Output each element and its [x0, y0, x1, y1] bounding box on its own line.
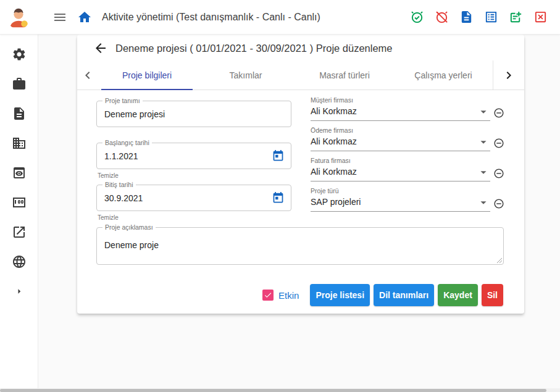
field-value: 1.1.2021	[104, 151, 138, 161]
menu-icon[interactable]	[52, 10, 67, 25]
sidebar-item-money[interactable]	[4, 188, 34, 217]
back-icon[interactable]	[93, 41, 108, 56]
resize-handle[interactable]	[496, 257, 502, 263]
building-icon	[12, 136, 27, 151]
tab-masraf-turleri[interactable]: Masraf türleri	[295, 60, 394, 90]
topbar: Aktivite yönetimi (Test danışmanlık - Ca…	[0, 0, 560, 35]
close-window-icon[interactable]	[533, 10, 548, 24]
sidebar-item-projects[interactable]	[4, 69, 34, 99]
document-icon[interactable]	[459, 10, 474, 24]
field-label: Müşteri firması	[311, 96, 490, 104]
proje-aciklamasi-field[interactable]: Proje açıklaması Deneme proje	[96, 227, 504, 265]
tab-label: Çalışma yerleri	[414, 70, 472, 80]
calendar-icon[interactable]	[272, 191, 285, 204]
home-icon[interactable]	[77, 10, 92, 25]
etkin-label[interactable]: Etkin	[278, 290, 299, 301]
field-label: Fatura firması	[311, 157, 490, 164]
sidebar-item-preview[interactable]	[4, 158, 34, 188]
field-value: SAP projeleri	[311, 197, 490, 207]
list-icon[interactable]	[484, 10, 498, 24]
baslangic-tarihi-field[interactable]: Başlangıç tarihi 1.1.2021	[96, 143, 291, 169]
card-footer: Etkin Proje listesi Dil tanımları Kaydet…	[77, 284, 524, 306]
bitis-temizle-link[interactable]: Temizle	[98, 214, 119, 221]
tab-label: Masraf türleri	[319, 70, 370, 80]
dropdown-arrow-icon	[477, 135, 490, 149]
dropdown-arrow-icon	[477, 196, 490, 209]
proje-turu-select[interactable]: Proje türü SAP projeleri	[311, 186, 504, 212]
proje-tanimi-field[interactable]: Proje tanımı Deneme projesi	[96, 101, 291, 127]
alarm-off-icon[interactable]	[435, 10, 449, 24]
etkin-checkbox[interactable]	[262, 290, 274, 301]
expand-arrow-icon	[14, 286, 25, 297]
field-value: Ali Korkmaz	[311, 167, 490, 177]
calendar-icon[interactable]	[272, 149, 285, 162]
fatura-firmasi-select[interactable]: Fatura firması Ali Korkmaz	[311, 156, 504, 181]
money-icon	[12, 195, 27, 210]
sidebar	[0, 35, 38, 388]
tabs-scroll-left-icon[interactable]	[77, 60, 98, 90]
proje-listesi-button[interactable]: Proje listesi	[310, 284, 370, 306]
field-label: Proje tanımı	[102, 97, 143, 105]
field-value: Deneme projesi	[104, 109, 165, 119]
tab-calisma-yerleri[interactable]: Çalışma yerleri	[394, 60, 493, 90]
field-label: Ödeme firması	[311, 127, 490, 134]
field-value: 30.9.2021	[104, 193, 143, 203]
alarm-on-icon[interactable]	[410, 10, 424, 24]
remove-circle-icon[interactable]	[493, 198, 504, 212]
page-title: Aktivite yönetimi (Test danışmanlık - Ca…	[102, 12, 320, 23]
form-grid: Proje tanımı Deneme projesi Başlangıç ta…	[77, 90, 524, 222]
dropdown-arrow-icon	[477, 165, 490, 179]
globe-icon	[12, 254, 27, 269]
field-value: Ali Korkmaz	[311, 136, 490, 146]
preview-icon	[12, 165, 27, 180]
project-edit-card: Deneme projesi ( 01/01/2021 - 30/09/2021…	[77, 35, 524, 314]
field-label: Bitiş tarihi	[102, 181, 136, 189]
open-in-new-icon	[12, 225, 27, 240]
note-add-icon[interactable]	[509, 10, 523, 24]
baslangic-temizle-link[interactable]: Temizle	[98, 172, 119, 179]
sidebar-item-settings[interactable]	[4, 40, 34, 69]
topbar-actions	[410, 10, 548, 24]
tabs-bar: Proje bilgileri Takımlar Masraf türleri …	[77, 60, 524, 90]
sidebar-item-documents[interactable]	[4, 99, 34, 128]
sidebar-item-web[interactable]	[4, 247, 34, 277]
field-label: Proje açıklaması	[102, 223, 156, 231]
remove-circle-icon[interactable]	[493, 107, 504, 121]
tab-proje-bilgileri[interactable]: Proje bilgileri	[98, 60, 196, 90]
tab-label: Proje bilgileri	[122, 70, 172, 80]
document-icon	[12, 106, 27, 121]
briefcase-icon	[12, 77, 27, 91]
sil-button[interactable]: Sil	[482, 284, 503, 306]
remove-circle-icon[interactable]	[493, 168, 504, 181]
card-header: Deneme projesi ( 01/01/2021 - 30/09/2021…	[77, 35, 524, 60]
field-value: Ali Korkmaz	[311, 106, 490, 116]
tabs-scroll-right-icon[interactable]	[493, 60, 524, 90]
sidebar-item-expand[interactable]	[4, 277, 34, 306]
tab-label: Takımlar	[230, 70, 262, 80]
settings-icon	[12, 47, 27, 62]
remove-circle-icon[interactable]	[493, 138, 504, 151]
sidebar-item-external[interactable]	[4, 217, 34, 247]
avatar[interactable]	[7, 6, 30, 29]
odeme-firmasi-select[interactable]: Ödeme firması Ali Korkmaz	[311, 125, 504, 151]
tab-takimlar[interactable]: Takımlar	[196, 60, 295, 90]
dropdown-arrow-icon	[477, 105, 490, 119]
bitis-tarihi-field[interactable]: Bitiş tarihi 30.9.2021	[96, 185, 291, 211]
musteri-firmasi-select[interactable]: Müşteri firması Ali Korkmaz	[311, 95, 504, 121]
card-title: Deneme projesi ( 01/01/2021 - 30/09/2021…	[115, 43, 393, 54]
form-right-column: Müşteri firması Ali Korkmaz Ödeme firmas…	[311, 95, 504, 222]
form-left-column: Proje tanımı Deneme projesi Başlangıç ta…	[96, 101, 291, 222]
dil-tanimlari-button[interactable]: Dil tanımları	[374, 284, 434, 306]
main-content: Deneme projesi ( 01/01/2021 - 30/09/2021…	[38, 35, 560, 388]
field-label: Başlangıç tarihi	[102, 139, 152, 147]
field-value: Deneme proje	[104, 240, 496, 250]
kaydet-button[interactable]: Kaydet	[438, 284, 478, 306]
scrollbar-thumb[interactable]	[0, 389, 546, 392]
sidebar-item-company[interactable]	[4, 128, 34, 158]
horizontal-scrollbar	[0, 388, 560, 392]
field-label: Proje türü	[311, 187, 490, 194]
